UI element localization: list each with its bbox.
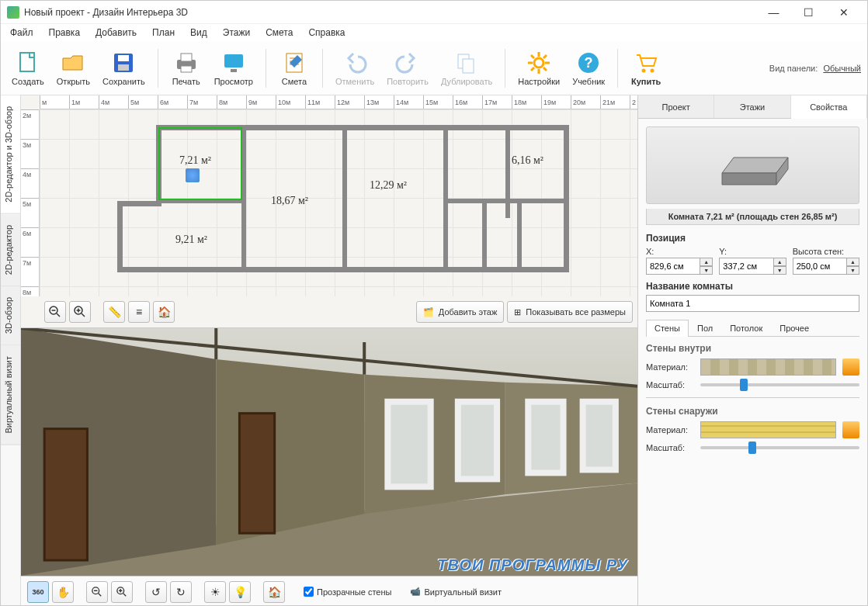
x-input[interactable] xyxy=(646,258,700,275)
tab-virtual-visit[interactable]: Виртуальный визит xyxy=(1,345,20,445)
subtab-floor[interactable]: Пол xyxy=(689,320,721,336)
app-icon xyxy=(7,6,19,19)
minimize-button[interactable]: — xyxy=(756,2,791,23)
x-spinner[interactable]: ▲▼ xyxy=(646,258,713,275)
pan-button[interactable]: ✋ xyxy=(52,581,74,603)
preview-button[interactable]: Просмотр xyxy=(210,47,258,89)
outside-material-swatch[interactable] xyxy=(700,421,836,438)
properties-panel: Комната 7,21 м² (площадь стен 26,85 м²) … xyxy=(638,119,867,606)
separator xyxy=(322,49,323,88)
svg-point-16 xyxy=(651,68,654,72)
measure-button[interactable]: 📏 xyxy=(103,301,125,323)
tab-properties[interactable]: Свойства xyxy=(791,95,867,119)
settings-button[interactable]: Настройки xyxy=(513,47,564,89)
spin-down-icon[interactable]: ▼ xyxy=(774,266,786,275)
spin-down-icon[interactable]: ▼ xyxy=(700,266,713,275)
view-3d[interactable] xyxy=(21,328,637,576)
floorplan[interactable]: 7,21 м² 18,67 м² 12,29 м² 6,16 м² 9,21 м… xyxy=(86,125,568,288)
divider xyxy=(646,397,859,398)
redo-icon xyxy=(395,50,420,75)
save-button[interactable]: Сохранить xyxy=(98,47,150,89)
show-dimensions-button[interactable]: ⊞Показывать все размеры xyxy=(507,301,633,323)
tab-2d-3d-editor[interactable]: 2D-редактор и 3D-обзор xyxy=(1,95,20,214)
tab-2d-editor[interactable]: 2D-редактор xyxy=(1,214,20,286)
window-title: Новый проект - Дизайн Интерьера 3D xyxy=(24,7,756,18)
ruler-vertical: 2м3м4м5м6м7м8м xyxy=(21,109,40,296)
menu-file[interactable]: Файл xyxy=(4,26,40,40)
browse-material-button[interactable] xyxy=(842,421,859,438)
undo-button[interactable]: Отменить xyxy=(331,47,379,89)
spin-up-icon[interactable]: ▲ xyxy=(700,258,713,266)
grid-button[interactable]: ≡ xyxy=(128,301,150,323)
zoom-in-button[interactable] xyxy=(69,301,91,323)
subtab-other[interactable]: Прочее xyxy=(771,320,818,336)
main-area: 2D-редактор и 3D-обзор 2D-редактор 3D-об… xyxy=(1,95,867,606)
open-button[interactable]: Открыть xyxy=(52,47,95,89)
tab-project[interactable]: Проект xyxy=(638,95,714,118)
svg-rect-8 xyxy=(231,69,237,72)
separator xyxy=(158,49,158,88)
inside-scale-slider[interactable] xyxy=(700,383,859,386)
print-button[interactable]: Печать xyxy=(166,47,207,89)
room-area-label: 6,16 м² xyxy=(512,154,543,167)
tutorial-button[interactable]: ?Учебник xyxy=(568,47,609,89)
wall-height-spinner[interactable]: ▲▼ xyxy=(793,258,859,275)
browse-material-button[interactable] xyxy=(842,358,859,376)
y-input[interactable] xyxy=(719,258,773,275)
menu-floors[interactable]: Этажи xyxy=(217,26,256,40)
tab-floors[interactable]: Этажи xyxy=(714,95,790,118)
zoom-out-3d-button[interactable] xyxy=(86,581,108,603)
svg-rect-29 xyxy=(239,414,274,534)
virtual-visit-toggle[interactable]: 📹 Виртуальный визит xyxy=(410,587,502,597)
view-panel-link[interactable]: Обычный xyxy=(823,64,861,73)
create-button[interactable]: Создать xyxy=(7,47,49,89)
zoom-out-button[interactable] xyxy=(44,301,66,323)
material-sub-tabs: Стены Пол Потолок Прочее xyxy=(646,320,859,337)
svg-rect-27 xyxy=(583,402,616,470)
wall-height-input[interactable] xyxy=(793,258,847,275)
orbit-360-button[interactable]: 360 xyxy=(27,581,49,603)
titlebar: Новый проект - Дизайн Интерьера 3D — ☐ ✕ xyxy=(1,1,867,24)
add-floor-button[interactable]: 🗂️Добавить этаж xyxy=(416,301,504,323)
rotate-cw-button[interactable]: ↻ xyxy=(170,581,192,603)
close-button[interactable]: ✕ xyxy=(826,2,861,23)
room-name-input[interactable] xyxy=(646,295,859,312)
inside-material-swatch[interactable] xyxy=(700,358,836,376)
menu-estimate[interactable]: Смета xyxy=(259,26,299,40)
spin-down-icon[interactable]: ▼ xyxy=(847,266,859,275)
svg-rect-26 xyxy=(528,402,563,473)
room-preview xyxy=(646,126,859,204)
buy-button[interactable]: Купить xyxy=(626,47,666,89)
menu-plan[interactable]: План xyxy=(146,26,181,40)
home-button[interactable]: 🏠 xyxy=(153,301,175,323)
home-3d-button[interactable]: 🏠 xyxy=(263,581,285,603)
zoom-in-3d-button[interactable] xyxy=(111,581,133,603)
move-handle-icon[interactable] xyxy=(186,168,200,182)
subtab-ceiling[interactable]: Потолок xyxy=(721,320,771,336)
svg-point-15 xyxy=(642,68,646,72)
y-spinner[interactable]: ▲▼ xyxy=(719,258,786,275)
duplicate-button[interactable]: Дублировать xyxy=(436,47,497,89)
walls-outside-title: Стены снаружи xyxy=(646,406,859,417)
transparent-walls-input[interactable] xyxy=(304,587,314,597)
plan-toolbar: 📏 ≡ 🏠 🗂️Добавить этаж ⊞Показывать все ра… xyxy=(40,300,637,324)
redo-button[interactable]: Повторить xyxy=(382,47,433,89)
menu-help[interactable]: Справка xyxy=(302,26,351,40)
rotate-ccw-button[interactable]: ↺ xyxy=(145,581,167,603)
maximize-button[interactable]: ☐ xyxy=(791,2,826,23)
subtab-walls[interactable]: Стены xyxy=(646,320,689,337)
sun-button[interactable]: ☀ xyxy=(204,581,226,603)
estimate-button[interactable]: Смета xyxy=(274,47,314,89)
spin-up-icon[interactable]: ▲ xyxy=(774,258,786,266)
light-button[interactable]: 💡 xyxy=(229,581,251,603)
plan-2d-area[interactable]: м1м4м5м6м7м8м9м10м11м12м13м14м15м16м17м1… xyxy=(21,95,637,328)
spin-up-icon[interactable]: ▲ xyxy=(847,258,859,266)
menu-view[interactable]: Вид xyxy=(184,26,214,40)
outside-scale-slider[interactable] xyxy=(700,446,859,449)
tab-3d-view[interactable]: 3D-обзор xyxy=(1,286,20,345)
canvas-2d[interactable]: 7,21 м² 18,67 м² 12,29 м² 6,16 м² 9,21 м… xyxy=(40,109,637,296)
transparent-walls-checkbox[interactable]: Прозрачные стены xyxy=(304,587,391,597)
menu-add[interactable]: Добавить xyxy=(89,26,143,40)
help-icon: ? xyxy=(576,50,601,75)
menu-edit[interactable]: Правка xyxy=(43,26,87,40)
